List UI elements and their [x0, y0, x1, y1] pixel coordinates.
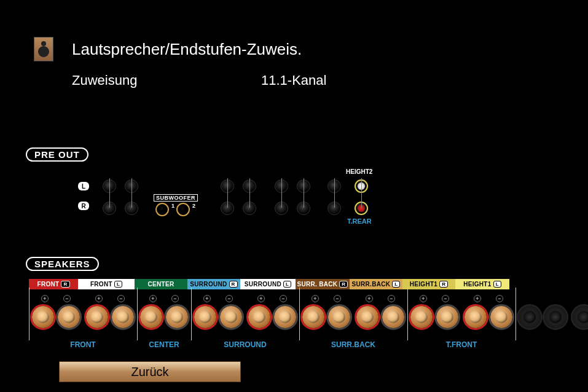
preout-r-label: R — [78, 202, 89, 210]
binding-post-plus — [356, 306, 378, 328]
speaker-icon — [34, 37, 53, 61]
speaker-assign-label: CENTER — [137, 340, 191, 349]
speaker-tab: CENTER — [135, 279, 187, 289]
binding-post-plus — [140, 306, 162, 328]
binding-post-minus — [436, 306, 458, 328]
binding-post-minus — [328, 306, 350, 328]
binding-post-plus — [194, 306, 216, 328]
speaker-terminal-pair: +− — [245, 294, 299, 328]
trear-label: T.REAR — [347, 218, 372, 225]
binding-post-minus — [112, 306, 134, 328]
speaker-terminal-pair: +− — [407, 294, 461, 328]
assignment-label: Zuweisung — [72, 73, 261, 88]
speakers-section-label: SPEAKERS — [26, 257, 99, 271]
sub-2-label: 2 — [192, 203, 195, 209]
speaker-tab: SURROUNDL — [240, 279, 296, 289]
speaker-tab: SURROUNDR — [187, 279, 240, 289]
speaker-terminal-pair: +− — [137, 294, 191, 328]
binding-post-minus — [220, 306, 242, 328]
assignment-value[interactable]: 11.1-Kanal — [261, 73, 326, 88]
rca-jack-subwoofer-1 — [155, 203, 169, 216]
binding-post-minus — [58, 306, 80, 328]
binding-post-minus — [166, 306, 188, 328]
speaker-terminal-pair: +− — [29, 294, 83, 328]
binding-post-plus — [86, 306, 108, 328]
speaker-tab: SURR. BACKR — [296, 279, 350, 289]
binding-post-minus — [382, 306, 404, 328]
preout-section-label: PRE OUT — [26, 147, 88, 162]
speaker-terminal-pair: +− — [83, 294, 137, 328]
height2-label: HEIGHT2 — [346, 168, 372, 175]
sub-1-label: 1 — [171, 203, 174, 209]
binding-post-plus — [32, 306, 54, 328]
back-button[interactable]: Zurück — [59, 361, 241, 382]
preout-l-label: L — [78, 182, 89, 190]
speaker-assign-label: SURROUND — [191, 340, 299, 349]
page-title: Lautsprecher/Endstufen-Zuweis. — [72, 40, 302, 59]
speaker-tab: SURR.BACKL — [350, 279, 402, 289]
binding-post-plus — [410, 306, 433, 328]
speaker-tab: FRONTL — [78, 279, 135, 289]
speaker-tab: FRONTR — [29, 279, 78, 289]
binding-post-plus — [465, 306, 487, 328]
speaker-terminal-pair-disabled — [570, 294, 588, 328]
binding-post-minus — [274, 306, 296, 328]
subwoofer-label: SUBWOOFER — [154, 194, 198, 202]
speaker-terminal-pair: +− — [191, 294, 245, 328]
speaker-assign-label: SURR.BACK — [299, 340, 407, 349]
speaker-terminal-pair: +− — [299, 294, 353, 328]
speaker-assign-label: FRONT — [29, 340, 137, 349]
binding-post-plus — [302, 306, 324, 328]
binding-post-plus — [248, 306, 270, 328]
binding-post-minus — [490, 306, 512, 328]
rca-jack-subwoofer-2 — [176, 203, 190, 216]
speaker-terminal-pair: +− — [461, 294, 515, 328]
speaker-assign-label: T.FRONT — [407, 340, 515, 349]
speaker-tab: HEIGHT1L — [455, 279, 509, 289]
speaker-tab: HEIGHT1R — [402, 279, 455, 289]
speaker-terminal-pair: +− — [353, 294, 407, 328]
speaker-terminal-pair-disabled — [515, 294, 570, 328]
